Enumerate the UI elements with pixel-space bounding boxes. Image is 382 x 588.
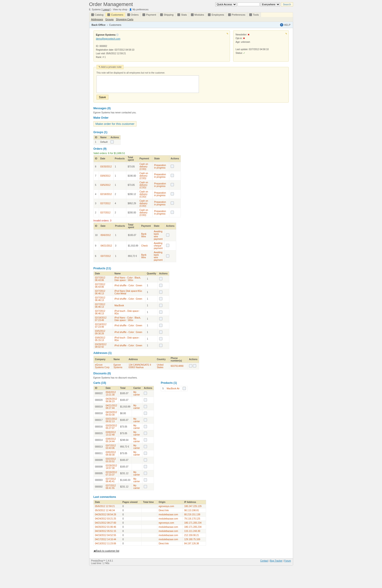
view-icon[interactable]: [159, 277, 162, 280]
private-note-box: ✎ Add a private note This note will be d…: [94, 65, 289, 103]
view-icon[interactable]: [166, 254, 169, 257]
view-icon[interactable]: [171, 192, 174, 195]
invalid-orders-label: Invalid orders: 3: [94, 219, 289, 222]
view-icon[interactable]: [159, 297, 162, 300]
note-legend: ✎ Add a private note: [96, 65, 124, 69]
footer-contact[interactable]: Contact: [260, 560, 268, 562]
tab-shipping[interactable]: Shipping: [158, 12, 176, 17]
search-button[interactable]: Search: [281, 2, 293, 6]
note-textarea[interactable]: [96, 75, 199, 93]
view-icon[interactable]: [159, 284, 162, 287]
tab-payment[interactable]: Payment: [141, 12, 158, 17]
tab-stats[interactable]: Stats: [175, 12, 189, 17]
view-icon[interactable]: [144, 452, 147, 455]
delete-icon[interactable]: [193, 364, 196, 367]
view-icon[interactable]: [144, 425, 147, 428]
view-icon[interactable]: [159, 324, 162, 327]
make-order-button[interactable]: Make order for this customer: [94, 121, 137, 126]
view-icon[interactable]: [144, 458, 147, 462]
view-icon[interactable]: [144, 478, 147, 482]
view-icon[interactable]: [171, 165, 174, 168]
products2-table: 5MacBook Air: [161, 386, 188, 391]
help-link[interactable]: ? HELP: [280, 23, 291, 26]
page-title: Order Management: [89, 1, 133, 7]
view-icon[interactable]: [166, 233, 169, 237]
edit-icon[interactable]: [189, 364, 192, 367]
view-icon[interactable]: [144, 485, 147, 488]
tab-tools[interactable]: Tools: [248, 12, 261, 17]
save-note-button[interactable]: Save: [96, 95, 108, 100]
view-icon[interactable]: [144, 405, 147, 408]
view-icon[interactable]: [144, 418, 147, 421]
view-icon[interactable]: [183, 387, 186, 390]
view-icon[interactable]: [166, 244, 169, 247]
tab-catalog[interactable]: Catalog: [89, 12, 106, 17]
view-icon[interactable]: [144, 432, 147, 435]
view-icon[interactable]: [144, 472, 147, 475]
tab-orders[interactable]: Orders: [125, 12, 141, 17]
discounts-text: Egrove Systems has no discount vouchers.: [94, 377, 289, 379]
customer-card: ✎ Egrove Systems ⓘ demo@egrovetech.com I…: [94, 30, 230, 62]
view-icon[interactable]: [144, 392, 147, 395]
breadcrumb: E. Systems [ Logout ] - View my shop - 👤…: [89, 8, 293, 11]
view-icon[interactable]: [144, 438, 147, 441]
orders-heading: Orders (9): [94, 147, 289, 150]
footer-bug[interactable]: Bug Tracker: [270, 560, 283, 562]
subtab-shopping-carts[interactable]: Shopping Carts: [116, 18, 134, 21]
view-icon[interactable]: [159, 304, 162, 307]
addresses-heading: Addresses (1): [94, 351, 289, 355]
view-icon[interactable]: [144, 445, 147, 448]
note-hint: This note will be displayed to all emplo…: [96, 71, 286, 74]
view-icon[interactable]: [159, 337, 162, 340]
groups-heading: Groups (1): [94, 131, 289, 134]
customer-email-link[interactable]: demo@egrovetech.com: [96, 38, 120, 40]
view-icon[interactable]: [144, 465, 147, 468]
tab-employees[interactable]: Employees: [206, 12, 226, 17]
messages-text: Egrove Systems has never contacted you.: [94, 111, 289, 114]
view-icon[interactable]: [159, 344, 162, 347]
edit-news-icon[interactable]: ✎: [285, 32, 287, 36]
view-icon[interactable]: [159, 291, 162, 294]
view-icon[interactable]: [171, 201, 174, 205]
discounts-heading: Discounts (0): [94, 372, 289, 375]
crumb-back-office: Back Office: [92, 23, 106, 26]
valid-orders-label: Valid orders: 6 for $1,688.51: [94, 152, 289, 154]
back-link[interactable]: ◀ Back to customer list: [94, 549, 119, 552]
view-icon[interactable]: [171, 183, 174, 186]
view-icon[interactable]: [144, 412, 147, 415]
edit-customer-icon[interactable]: ✎: [227, 32, 228, 36]
messages-heading: Messages (0): [94, 107, 289, 110]
crumb-section: Customers: [109, 23, 121, 26]
view-icon[interactable]: [111, 140, 114, 144]
make-order-heading: Make Order: [94, 116, 289, 119]
tab-customers[interactable]: Customers: [105, 12, 125, 17]
connections-table: DatePages viewedTotal timeOriginIP Addre…: [94, 500, 206, 546]
products2-heading: Products (1): [161, 381, 188, 384]
view-icon[interactable]: [159, 311, 162, 314]
view-icon[interactable]: [171, 174, 174, 177]
invalid-orders-table: IDDateProductsTotal spentPaymentStateAct…: [94, 223, 176, 262]
carts-table: IDDateTotalCarrierActions00002205/6/2012…: [94, 386, 154, 490]
quick-access-select[interactable]: Quick Access: [215, 2, 237, 6]
subtab-addresses[interactable]: Addresses: [91, 18, 103, 21]
products-table: DateNameQuantityActions02/7/2012 06:43:0…: [94, 271, 169, 349]
tab-modules[interactable]: Modules: [189, 12, 206, 17]
tab-preferences[interactable]: Preferences: [226, 12, 248, 17]
search-input[interactable]: [237, 2, 260, 6]
connections-heading: Last connections: [94, 495, 289, 499]
footer-forum[interactable]: Forum: [284, 560, 291, 562]
subtab-groups[interactable]: Groups: [105, 18, 114, 21]
logout-link[interactable]: Logout: [102, 8, 110, 11]
view-icon[interactable]: [144, 398, 147, 401]
newsletter-card: ✎ Newsletter: ✖ Opt-in: ✖ Age: unknown L…: [233, 30, 289, 62]
view-icon[interactable]: [159, 331, 162, 334]
carts-heading: Carts (15): [94, 381, 154, 384]
view-icon[interactable]: [159, 317, 162, 320]
search-scope-select[interactable]: Everywhere: [261, 2, 280, 6]
groups-table: IDNameActions1Default: [94, 135, 121, 145]
valid-orders-table: IDDateProductsTotal spentPaymentStateAct…: [94, 155, 181, 217]
addresses-table: CompanyNameAddressCountryPhone number(s)…: [94, 356, 199, 370]
products-heading: Products (11): [94, 267, 289, 270]
view-icon[interactable]: [171, 211, 174, 214]
